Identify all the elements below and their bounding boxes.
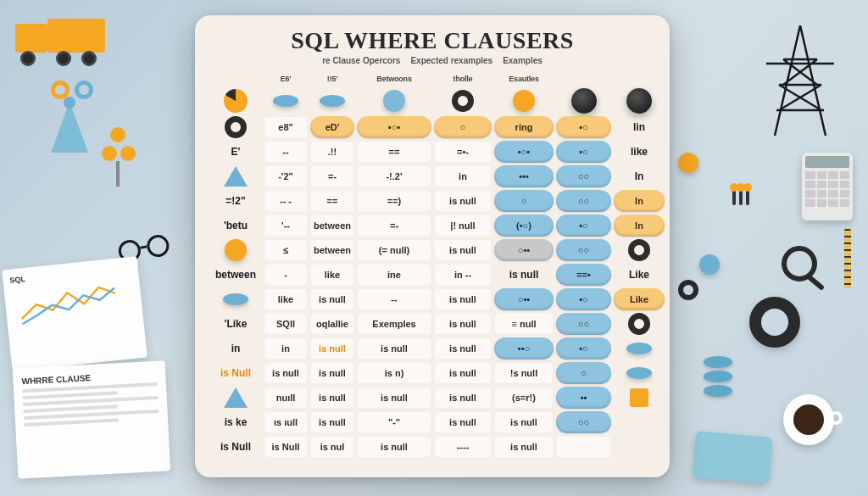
card-title: SQL WHERE CLAUSERS <box>210 27 654 54</box>
grid-cell: oqlallie <box>310 313 354 335</box>
grid-cell: •○• <box>494 141 554 163</box>
grid-cell: =•- <box>434 141 492 163</box>
grid-cell: -- - <box>264 190 308 212</box>
grid-cell: ==• <box>556 264 611 286</box>
grid-cell: 'Like <box>210 313 261 335</box>
grid-cell: •○ <box>556 288 611 310</box>
grid-cell: ○ <box>556 362 611 384</box>
grid-cell: is null <box>264 362 308 384</box>
grid-cell: ○ <box>434 116 492 138</box>
grid-cell: is null <box>310 362 354 384</box>
col-header <box>210 72 261 86</box>
col-header: !!5' <box>310 72 354 86</box>
col-header: E6' <box>264 72 308 86</box>
grid-cell: SQll <box>264 313 308 335</box>
grid-cell: Like <box>614 288 665 310</box>
col-header: Betwoons <box>357 72 431 86</box>
grid-cell: is nul <box>310 436 354 458</box>
grid-cell: Like <box>614 264 665 286</box>
grid-cell: -!.2' <box>357 165 431 187</box>
calculator-prop <box>802 153 853 220</box>
col-header <box>614 72 665 86</box>
grid-cell: =- <box>357 215 431 237</box>
grid-cell: =!2" <box>210 190 261 212</box>
grid-cell: •○ <box>556 215 611 237</box>
grid-cell: eD' <box>310 116 354 138</box>
chip-icon <box>699 254 720 275</box>
grid-cell: "-" <box>357 411 431 433</box>
grid-cell: lin <box>614 116 665 138</box>
grid-cell: (s=r!) <box>494 387 554 409</box>
grid-cell <box>614 337 665 359</box>
grid-cell <box>210 88 261 114</box>
grid-cell: ○•• <box>494 288 554 310</box>
grid-cell: is Null <box>210 362 261 384</box>
card-subheading: re Clause Opercors Expected rexamples Ex… <box>210 56 654 65</box>
grid-cell: is null <box>434 239 492 261</box>
grid-cell <box>614 362 665 384</box>
grid-cell <box>210 116 261 138</box>
grid-cell: ○○ <box>556 165 611 187</box>
grid-cell: like <box>614 141 665 163</box>
grid-cell: In <box>614 190 665 212</box>
subhead-2: Expected rexamples <box>410 56 492 65</box>
pins-prop <box>732 187 749 205</box>
grid-cell <box>210 239 261 261</box>
grid-cell <box>310 88 354 114</box>
grid-cell: -- <box>264 141 308 163</box>
grid-cell: ○○ <box>556 313 611 335</box>
grid-cell: ine <box>357 264 431 286</box>
grid-cell: •• <box>556 387 611 409</box>
col-header: tholle <box>434 72 492 86</box>
grid-cell: like <box>264 288 308 310</box>
grid-cell: •○ <box>556 141 611 163</box>
grid-cell: ---- <box>434 436 492 458</box>
grid-cell: nuıll <box>264 387 308 409</box>
grid-cell: ○ <box>494 190 554 212</box>
grid-cell <box>556 436 611 458</box>
grid-cell: ıs ıull <box>264 411 308 433</box>
grid-cell: between <box>310 239 354 261</box>
grid-cell: ○○ <box>556 239 611 261</box>
grid-cell: is Null <box>210 436 261 458</box>
grid-cell: ••• <box>494 165 554 187</box>
grid-cell: |! null <box>434 215 492 237</box>
grid-cell: =- <box>310 165 354 187</box>
grid-cell: == <box>357 141 431 163</box>
grid-cell: between <box>210 264 261 286</box>
grid-cell: 'betu <box>210 215 261 237</box>
grid-cell: is null <box>494 436 554 458</box>
grid-cell: like <box>310 264 354 286</box>
grid-cell: E' <box>210 141 261 163</box>
tower-prop <box>758 25 843 136</box>
grid-cell: - <box>264 264 308 286</box>
cone-prop <box>51 102 88 153</box>
grid-cell: is null <box>310 387 354 409</box>
grid-cell: '-- <box>264 215 308 237</box>
subhead-3: Examples <box>503 56 542 65</box>
grid-cell: In <box>614 165 665 187</box>
grid-cell: -'2" <box>264 165 308 187</box>
subhead-1: re Clause Opercors <box>322 56 400 65</box>
grid-cell: e8" <box>264 116 308 138</box>
grid-cell: is null <box>434 362 492 384</box>
grid-cell: is null <box>357 436 431 458</box>
grid-cell: is null <box>310 337 354 359</box>
grid-cell <box>210 288 261 310</box>
grid-cell <box>210 387 261 409</box>
grid-cell: •○• <box>357 116 431 138</box>
grid-cell <box>614 387 665 409</box>
grid-cell: ○○ <box>556 190 611 212</box>
grid-cell: between <box>310 215 354 237</box>
grid-cell <box>434 88 492 114</box>
grid-cell: ≡ null <box>494 313 554 335</box>
ruler-prop <box>844 229 851 288</box>
reference-grid: E6'!!5'BetwoonstholleEsautlese8"eD'•○•○r… <box>210 72 654 458</box>
grid-cell <box>614 411 665 433</box>
grid-cell: is Null <box>264 436 308 458</box>
grid-cell <box>264 88 308 114</box>
wallet-prop <box>693 431 772 484</box>
grid-cell: is null <box>434 313 492 335</box>
grid-cell: .!! <box>310 141 354 163</box>
grid-cell: ○•• <box>494 239 554 261</box>
